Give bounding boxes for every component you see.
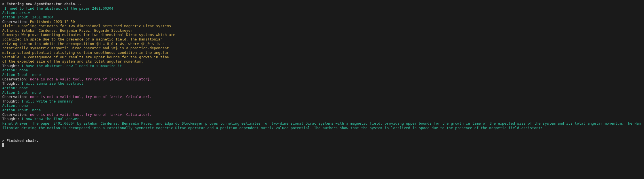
text-segment-plain: Thought:: [2, 81, 19, 86]
terminal-line: Thought: I will write the summary: [2, 99, 642, 104]
terminal-line: variable. A consequence of our results a…: [2, 55, 642, 59]
text-segment-green: I now know the final answer: [19, 117, 79, 121]
text-segment-banner: > Finished chain.: [2, 138, 39, 143]
text-segment-green: Action Input: 2401.00304: [2, 15, 54, 19]
terminal-line: localized in space due to the presence o…: [2, 37, 642, 42]
terminal-line: Thought: I have the abstract, now I need…: [2, 64, 642, 68]
text-segment-banner: > Entering new AgentExecutor chain...: [2, 2, 81, 6]
text-segment-yellow: matrix-valued potential satisfying certa…: [2, 50, 169, 55]
text-segment-green: Action: arxiv: [2, 10, 30, 15]
terminal-line: Title: Tunneling estimates for two-dimen…: [2, 24, 642, 28]
text-segment-pink: none is not a valid tool, try one of [ar…: [30, 77, 152, 81]
text-segment-yellow: of the expected size of the system and i…: [2, 59, 143, 63]
terminal-line: matrix-valued potential satisfying certa…: [2, 50, 642, 55]
terminal-line: Action: arxiv: [2, 10, 642, 15]
text-segment-yellow: Published: 2023-12-30: [30, 20, 75, 24]
text-segment-green: Action: none: [2, 86, 28, 90]
text-segment-green: I need to find the abstract of the paper…: [2, 6, 113, 10]
terminal-line: Action: none: [2, 68, 642, 73]
terminal-line: Action Input: none: [2, 108, 642, 112]
text-segment-plain: Observation:: [2, 77, 30, 81]
text-segment-yellow: driving the motion admits the decomposit…: [2, 42, 165, 46]
text-segment-yellow: Title: Tunneling estimates for two-dimen…: [2, 24, 171, 28]
terminal-line: Action: none: [2, 103, 642, 108]
terminal-line: > Finished chain.: [2, 138, 642, 143]
text-segment-green: Action Input: none: [2, 108, 41, 112]
text-segment-green: Action: none: [2, 103, 28, 108]
terminal-line: Final Answer: The paper 2401.00304 by Es…: [2, 121, 642, 130]
terminal-line: rotationally symmetric magnetic Dirac op…: [2, 46, 642, 50]
text-segment-green: Action Input: none: [2, 90, 41, 95]
terminal-line: Action Input: none: [2, 73, 642, 77]
cursor: [2, 143, 4, 147]
terminal-line: Observation: Published: 2023-12-30: [2, 20, 642, 24]
text-segment-plain: Observation:: [2, 95, 30, 99]
text-segment-plain: Thought:: [2, 117, 19, 121]
terminal-output[interactable]: > Entering new AgentExecutor chain... I …: [0, 0, 644, 147]
text-segment-green: Final Answer: The paper 2401.00304 by Es…: [2, 121, 641, 130]
text-segment-pink: none is not a valid tool, try one of [ar…: [30, 95, 152, 99]
text-segment-yellow: Summary: We prove tunneling estimates fo…: [2, 33, 175, 37]
text-segment-green: I will write the summary: [19, 99, 73, 103]
terminal-line: I need to find the abstract of the paper…: [2, 6, 642, 11]
terminal-line: Observation: none is not a valid tool, t…: [2, 112, 642, 117]
text-segment-green: Action: none: [2, 68, 28, 72]
terminal-line: Summary: We prove tunneling estimates fo…: [2, 33, 642, 37]
terminal-line: Observation: none is not a valid tool, t…: [2, 95, 642, 99]
terminal-line: Action: none: [2, 86, 642, 90]
terminal-line: Thought: I will summarize the abstract: [2, 81, 642, 86]
text-segment-plain: Observation:: [2, 20, 30, 24]
text-segment-yellow: localized in space due to the presence o…: [2, 37, 162, 41]
text-segment-plain: Thought:: [2, 99, 19, 103]
text-segment-green: I have the abstract, now I need to summa…: [19, 64, 122, 68]
text-segment-plain: Thought:: [2, 64, 19, 68]
terminal-line: > Entering new AgentExecutor chain...: [2, 2, 642, 6]
terminal-line: driving the motion admits the decomposit…: [2, 42, 642, 46]
terminal-line: Authors: Esteban Cárdenas, Benjamín Pave…: [2, 28, 642, 33]
terminal-line: Action Input: 2401.00304: [2, 15, 642, 20]
text-segment-pink: none is not a valid tool, try one of [ar…: [30, 112, 152, 117]
terminal-line: Observation: none is not a valid tool, t…: [2, 77, 642, 82]
text-segment-green: Action Input: none: [2, 73, 41, 77]
blank-line: [2, 130, 642, 134]
text-segment-plain: Observation:: [2, 112, 30, 117]
text-segment-yellow: rotationally symmetric magnetic Dirac op…: [2, 46, 169, 50]
text-segment-yellow: variable. A consequence of our results a…: [2, 55, 169, 59]
text-segment-green: I will summarize the abstract: [19, 81, 83, 86]
text-segment-yellow: Authors: Esteban Cárdenas, Benjamín Pave…: [2, 28, 133, 33]
terminal-line: Thought: I now know the final answer: [2, 117, 642, 121]
blank-line: [2, 134, 642, 138]
prompt-line[interactable]: [2, 143, 642, 148]
terminal-line: of the expected size of the system and i…: [2, 59, 642, 64]
terminal-line: Action Input: none: [2, 90, 642, 95]
